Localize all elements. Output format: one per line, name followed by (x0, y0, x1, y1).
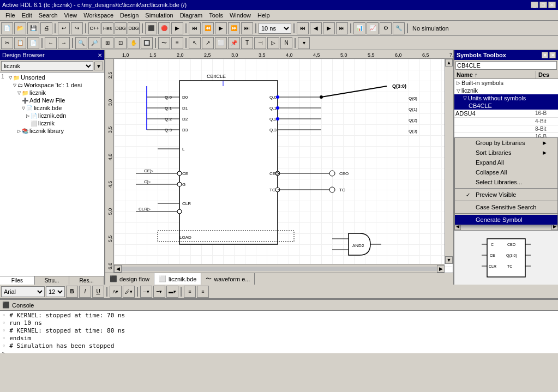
ctx-expand-all[interactable]: Expand All (455, 158, 557, 167)
ctx-sort-libraries[interactable]: Sort Libraries ▶ (455, 148, 557, 158)
maximize-button[interactable]: □ (539, 2, 547, 8)
bus-tap-button[interactable]: ⊣ (254, 37, 266, 49)
ctx-case-sensitive[interactable]: Case Sensitive Search (455, 202, 557, 212)
iopad-button[interactable]: ▷ (267, 37, 279, 49)
go-fwd-button[interactable]: → (58, 37, 70, 49)
step-fwd-button[interactable]: ⏩ (228, 22, 240, 34)
zoom-area-button[interactable]: 🔲 (141, 37, 153, 49)
pan-button[interactable]: ✋ (128, 37, 140, 49)
tb-btn-d[interactable]: ⏭ (336, 22, 348, 34)
browser-tab-structure[interactable]: Stru... (35, 276, 70, 285)
open-button[interactable]: 📂 (14, 22, 26, 34)
scroll-down-button[interactable]: ▼ (445, 256, 453, 264)
highlight-btn[interactable]: 🖊▾ (123, 286, 135, 298)
new-button[interactable]: 📄 (1, 22, 13, 34)
italic-button[interactable]: I (79, 286, 91, 298)
align-left-btn[interactable]: ≡ (184, 286, 196, 298)
btn3[interactable]: ▶ (171, 22, 183, 34)
font-family-select[interactable]: Arial (1, 286, 45, 297)
add-bus-button[interactable]: ≡ (171, 37, 183, 49)
sim-time-input[interactable]: 10 ns (259, 23, 291, 34)
menu-view[interactable]: View (61, 11, 81, 19)
ctx-collapse-all[interactable]: Collapse All (455, 167, 557, 177)
rewind-button[interactable]: ⏮ (189, 22, 201, 34)
canvas-tab-licznik-bde[interactable]: ⬜ licznik.bde (154, 273, 201, 285)
sym-adsu4-row[interactable]: ADSU4 16-B (454, 110, 558, 118)
run-button[interactable]: DBG (115, 22, 127, 34)
cut-button[interactable]: ✂ (1, 37, 13, 49)
sym-licznik[interactable]: ▽ licznik (454, 87, 558, 94)
menu-simulation[interactable]: Simulation (142, 11, 176, 19)
btn2[interactable]: 🔴 (158, 22, 170, 34)
font-color-btn[interactable]: A▾ (110, 286, 122, 298)
font-size-select[interactable]: 12 (46, 286, 65, 297)
redo-button[interactable]: ↪ (71, 22, 83, 34)
scroll-left-button[interactable]: ◀ (114, 265, 122, 273)
btn1[interactable]: ⬛ (145, 22, 157, 34)
vertical-scrollbar[interactable]: ▲ ▼ (445, 59, 453, 264)
compile-button[interactable]: C++ (88, 22, 100, 34)
tree-item-add-new-file[interactable]: ➕ Add New File (9, 97, 103, 104)
menu-search[interactable]: Search (35, 11, 61, 19)
tb-btn-e[interactable]: 📊 (353, 22, 365, 34)
debug-button[interactable]: Hes (101, 22, 113, 34)
toolbox-close-btn[interactable]: ✕ (549, 52, 556, 58)
menu-workspace[interactable]: Workspace (80, 11, 117, 19)
tb-btn-a[interactable]: ⏮ (297, 22, 309, 34)
netname-button[interactable]: N (280, 37, 292, 49)
tree-item-unsorted[interactable]: ▽ 📁 Unsorted (9, 74, 103, 81)
horizontal-scrollbar[interactable]: ◀ ▶ (114, 264, 445, 273)
scroll-up-button[interactable]: ▲ (445, 59, 453, 67)
ctx-generate-symbol[interactable]: Generate Symbol (455, 215, 557, 225)
more-tools[interactable]: ▾ (298, 37, 310, 49)
sym-builtin[interactable]: ▷ Built-in symbols (454, 79, 558, 87)
menu-tools[interactable]: Tools (206, 11, 226, 19)
menu-edit[interactable]: Edit (19, 11, 35, 19)
tb-btn-g[interactable]: ⚙ (380, 22, 392, 34)
paste-button[interactable]: 📄 (27, 37, 39, 49)
line-width-btn[interactable]: ━▾ (153, 286, 165, 298)
zoom-sel-button[interactable]: ⊡ (115, 37, 127, 49)
tb-btn-h[interactable]: 🔧 (393, 22, 405, 34)
toolbox-menu-btn[interactable]: ▾ (542, 52, 548, 58)
tree-item-workspace[interactable]: ▽ 🗂 Workspace 'tc': 1 desi (9, 81, 103, 89)
browser-dropdown[interactable]: licznik (1, 61, 93, 71)
tb-btn-f[interactable]: 📈 (367, 22, 379, 34)
align-right-btn[interactable]: ≡ (197, 286, 209, 298)
minimize-button[interactable]: _ (531, 2, 538, 8)
underline-button[interactable]: U (92, 286, 104, 298)
browser-tab-resources[interactable]: Res... (69, 276, 104, 285)
sim-button[interactable]: DBG (128, 22, 140, 34)
sym-row3[interactable]: 8-Bit (454, 125, 558, 133)
browser-tab-files[interactable]: Files (0, 276, 35, 285)
zoom-out-button[interactable]: 🔎 (88, 37, 100, 49)
save-button[interactable]: 💾 (27, 22, 39, 34)
canvas-tab-waveform[interactable]: 〜 waveform e... (201, 273, 255, 285)
sym-units-without[interactable]: ▽ Units without symbols (454, 94, 558, 102)
scroll-right-button[interactable]: ▶ (437, 265, 445, 273)
browser-expand-btn[interactable]: ▼ (94, 62, 103, 70)
menu-design[interactable]: Design (117, 11, 142, 19)
design-browser-close[interactable]: ✕ (98, 52, 102, 58)
bold-button[interactable]: B (66, 286, 78, 298)
select-button[interactable]: ↖ (189, 37, 201, 49)
sym-row2[interactable]: 4-Bit (454, 118, 558, 125)
tree-item-licznik-library[interactable]: ▷ 📚 licznik library (9, 127, 103, 135)
ctx-select-libraries[interactable]: Select Libraries... (455, 177, 557, 187)
ctx-preview-visible[interactable]: ✓ Preview Visible (455, 190, 557, 200)
menu-diagram[interactable]: Diagram (177, 11, 206, 19)
component-button[interactable]: ⬜ (215, 37, 227, 49)
zoom-in-button[interactable]: 🔍 (75, 37, 87, 49)
menu-window[interactable]: Window (226, 11, 254, 19)
menu-help[interactable]: Help (254, 11, 273, 19)
sym-cb4cle[interactable]: CB4CLE (454, 102, 558, 110)
tb-btn-c[interactable]: ▶ (323, 22, 335, 34)
go-back-button[interactable]: ← (45, 37, 57, 49)
ff-button[interactable]: ⏭ (241, 22, 253, 34)
tree-item-licznik-edn[interactable]: ▷ 📄 licznik.edn (9, 112, 103, 119)
tree-item-licznik-bde[interactable]: ▽ 📄 licznik.bde (9, 104, 103, 112)
text-button[interactable]: T (241, 37, 253, 49)
tree-item-entity-licznik[interactable]: ⬜ licznik (9, 119, 103, 127)
play-button[interactable]: ▶ (215, 22, 227, 34)
symbols-search-input[interactable] (455, 61, 557, 70)
